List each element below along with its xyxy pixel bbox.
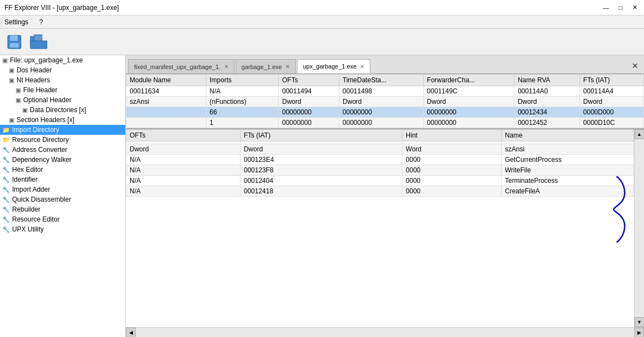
sidebar-item-address-converter[interactable]: 🔧 Address Converter <box>0 145 125 155</box>
sidebar-label-dos-header: Dos Header <box>17 66 52 74</box>
sidebar-label-dependency-walker: Dependency Walker <box>12 156 72 164</box>
lower-table-cell: 0000 <box>402 186 502 197</box>
lower-table-row[interactable]: N/A000124040000TerminateProcess <box>126 176 634 186</box>
table-area: Module Name Imports OFTs TimeDateSta... … <box>126 74 644 337</box>
sidebar-label-quick-disassembler: Quick Disassembler <box>12 196 71 203</box>
lower-table-cell: 0000 <box>402 176 502 186</box>
sidebar-item-optional-header[interactable]: ▣ Optional Header <box>0 95 125 105</box>
upper-table-cell: szAnsi <box>126 97 206 107</box>
col-module-name: Module Name <box>126 75 206 86</box>
sidebar-label-identifier: Identifier <box>12 176 38 183</box>
sidebar-item-resource-editor[interactable]: 🔧 Resource Editor <box>0 214 125 224</box>
toolbar-open-icon[interactable] <box>29 32 49 52</box>
scroll-up-button[interactable]: ▲ <box>635 129 645 139</box>
sidebar-item-identifier[interactable]: 🔧 Identifier <box>0 175 125 185</box>
col-fts-iat: FTs (IAT) <box>579 75 643 86</box>
svg-rect-5 <box>30 41 47 49</box>
sidebar-item-upx-utility[interactable]: 🔧 UPX Utility <box>0 224 125 234</box>
lower-table-cell: Word <box>402 144 502 155</box>
sidebar-item-import-directory[interactable]: 📁 Import Directory <box>0 125 125 135</box>
window-title: FF Explorer VIII - [upx_garbage_1.exe] <box>4 4 119 12</box>
maximize-button[interactable]: □ <box>615 3 625 13</box>
sidebar-label-upx-utility: UPX Utility <box>12 225 44 233</box>
menu-help[interactable]: ? <box>37 17 45 27</box>
upper-table-cell <box>126 118 206 128</box>
lower-table-cell: 00012404 <box>240 176 402 186</box>
tab-upx-garbage[interactable]: upx_garbage_1.exe ✕ <box>297 59 370 73</box>
upper-table-cell: 00000000 <box>339 107 423 118</box>
lower-table-cell: N/A <box>126 165 241 176</box>
upper-table-cell: 0000D10C <box>579 118 643 128</box>
upper-table-cell: Dword <box>279 97 339 107</box>
close-button[interactable]: ✕ <box>630 3 640 13</box>
sidebar-item-quick-disassembler[interactable]: 🔧 Quick Disassembler <box>0 194 125 204</box>
upper-table-row[interactable]: 1000000000000000000000000000124520000D10… <box>126 118 644 128</box>
scroll-right-button[interactable]: ▶ <box>634 328 644 338</box>
sidebar-label-resource-directory: Resource Directory <box>12 136 69 144</box>
toolbar-save-icon[interactable] <box>4 32 24 52</box>
upper-table-cell: 00011634 <box>126 86 206 97</box>
upper-table-cell: Dword <box>579 97 643 107</box>
tabs-bar: fixed_manifest_upx_garbage_1. ✕ garbage_… <box>126 55 644 74</box>
minimize-button[interactable]: — <box>601 3 611 13</box>
col-imports: Imports <box>206 75 279 86</box>
lower-table-cell: N/A <box>126 176 241 186</box>
window-controls: — □ ✕ <box>601 3 640 13</box>
bottom-scrollbar[interactable]: ◀ ▶ <box>126 327 644 337</box>
sidebar-item-import-adder[interactable]: 🔧 Import Adder <box>0 185 125 194</box>
tab-label-upx-garbage: upx_garbage_1.exe <box>303 63 356 70</box>
svg-rect-4 <box>34 35 42 41</box>
upper-table-row[interactable]: 66000000000000000000000000000124340000D0… <box>126 107 644 118</box>
upper-table-cell: 0001149C <box>423 86 514 97</box>
upper-table-row[interactable]: szAnsi(nFunctions)DwordDwordDwordDwordDw… <box>126 97 644 107</box>
tab-fixed-manifest[interactable]: fixed_manifest_upx_garbage_1. ✕ <box>128 59 235 73</box>
lower-table-row[interactable]: DwordDwordWordszAnsi <box>126 144 634 155</box>
upper-table-container[interactable]: Module Name Imports OFTs TimeDateSta... … <box>126 74 644 129</box>
sidebar-item-data-directories[interactable]: ▣ Data Directories [x] <box>0 105 125 115</box>
tab-garbage[interactable]: garbage_1.exe ✕ <box>236 59 296 73</box>
sidebar-item-resource-directory[interactable]: 📁 Resource Directory <box>0 135 125 145</box>
lower-table-row[interactable]: N/A000123F80000WriteFile <box>126 165 634 176</box>
sidebar-item-hex-editor[interactable]: 🔧 Hex Editor <box>0 165 125 175</box>
tab-label-garbage: garbage_1.exe <box>242 64 282 70</box>
sidebar-item-dos-header[interactable]: ▣ Dos Header <box>0 65 125 75</box>
upper-table-cell: Dword <box>514 97 580 107</box>
tab-close-garbage[interactable]: ✕ <box>285 64 290 70</box>
sidebar-item-dependency-walker[interactable]: 🔧 Dependency Walker <box>0 155 125 165</box>
sidebar-label-optional-header: Optional Header <box>23 96 71 104</box>
right-content: fixed_manifest_upx_garbage_1. ✕ garbage_… <box>126 55 644 337</box>
sidebar-label-rebuilder: Rebuilder <box>12 206 40 213</box>
h-scrollbar-track[interactable] <box>136 328 634 337</box>
sidebar-item-nt-headers[interactable]: ▣ Nt Headers <box>0 75 125 85</box>
scroll-left-button[interactable]: ◀ <box>126 328 136 338</box>
menu-bar: Settings ? <box>0 15 644 29</box>
right-scrollbar[interactable]: ▲ ▼ <box>634 129 644 327</box>
svg-rect-2 <box>10 43 19 48</box>
sidebar-item-rebuilder[interactable]: 🔧 Rebuilder <box>0 204 125 214</box>
menu-settings[interactable]: Settings <box>2 17 30 27</box>
upper-table-cell: 0000D000 <box>579 107 643 118</box>
upper-table-cell: Dword <box>339 97 423 107</box>
lower-col-ofts: OFTs <box>126 130 241 141</box>
lower-table-row[interactable]: N/A000124180000CreateFileA <box>126 186 634 197</box>
col-name-rva: Name RVA <box>514 75 580 86</box>
upper-table: Module Name Imports OFTs TimeDateSta... … <box>126 74 644 128</box>
sidebar-label-hex-editor: Hex Editor <box>12 166 43 173</box>
sidebar-item-section-headers[interactable]: ▣ Section Headers [x] <box>0 115 125 125</box>
lower-col-hint: Hint <box>402 130 502 141</box>
tab-close-fixed-manifest[interactable]: ✕ <box>224 64 228 70</box>
upper-table-row[interactable]: 00011634N/A00011494000114980001149C00011… <box>126 86 644 97</box>
scroll-down-button[interactable]: ▼ <box>635 317 645 327</box>
lower-section: OFTs FTs (IAT) Hint Name DwordDwordWords… <box>126 129 644 327</box>
sidebar-label-import-adder: Import Adder <box>12 186 50 193</box>
sidebar-item-file-header[interactable]: ▣ File Header <box>0 85 125 95</box>
lower-table-cell: N/A <box>126 155 241 165</box>
lower-table-row[interactable]: N/A000123E40000GetCurrentProcess <box>126 155 634 165</box>
scrollbar-track[interactable] <box>635 139 644 317</box>
close-all-tabs-button[interactable]: ✕ <box>629 61 642 70</box>
tab-close-upx-garbage[interactable]: ✕ <box>360 64 364 70</box>
sidebar-label-data-directories: Data Directories [x] <box>30 106 86 114</box>
upper-table-cell: 00000000 <box>279 118 339 128</box>
lower-table-container[interactable]: OFTs FTs (IAT) Hint Name DwordDwordWords… <box>126 129 634 327</box>
main-layout: ▣ File: upx_garbage_1.exe ▣ Dos Header ▣… <box>0 55 644 337</box>
